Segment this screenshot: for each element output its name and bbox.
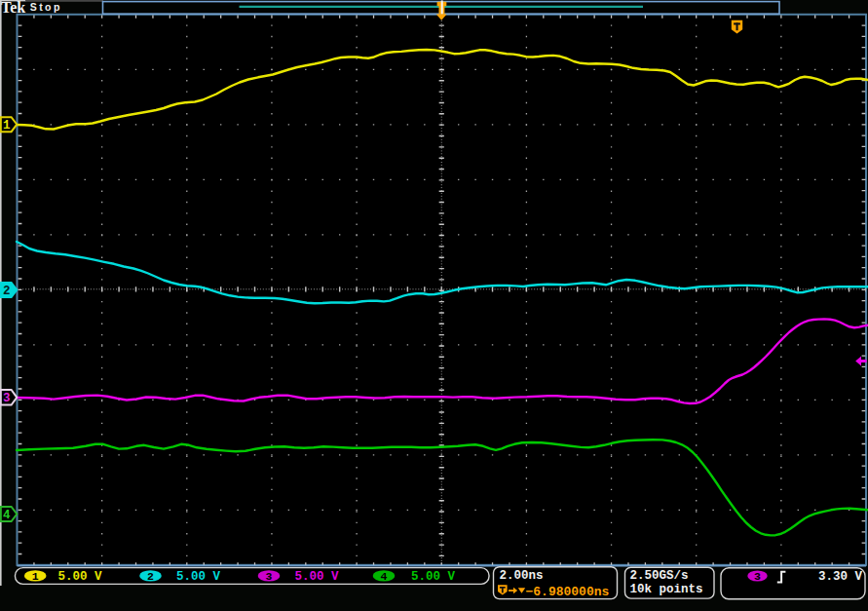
svg-text:2: 2	[147, 570, 154, 583]
svg-text:4: 4	[3, 509, 11, 522]
svg-text:1: 1	[32, 570, 39, 583]
svg-text:1: 1	[3, 119, 11, 133]
svg-text:2.50GS/s: 2.50GS/s	[630, 569, 689, 583]
svg-text:5.00 V: 5.00 V	[58, 570, 103, 584]
svg-text:−6.980000ns: −6.980000ns	[526, 585, 610, 599]
svg-text:3.30 V: 3.30 V	[818, 570, 863, 584]
svg-text:2: 2	[3, 285, 11, 298]
svg-text:Stop: Stop	[30, 1, 62, 13]
svg-text:5.00 V: 5.00 V	[411, 570, 456, 584]
svg-text:4: 4	[381, 570, 388, 583]
svg-text:3: 3	[754, 570, 761, 583]
svg-text:2.00ns: 2.00ns	[500, 569, 544, 583]
svg-text:3: 3	[3, 392, 11, 405]
svg-text:3: 3	[266, 570, 273, 583]
svg-text:10k points: 10k points	[630, 583, 703, 596]
svg-text:Tek: Tek	[1, 0, 25, 16]
svg-text:5.00 V: 5.00 V	[176, 570, 221, 584]
svg-text:5.00 V: 5.00 V	[295, 570, 340, 584]
